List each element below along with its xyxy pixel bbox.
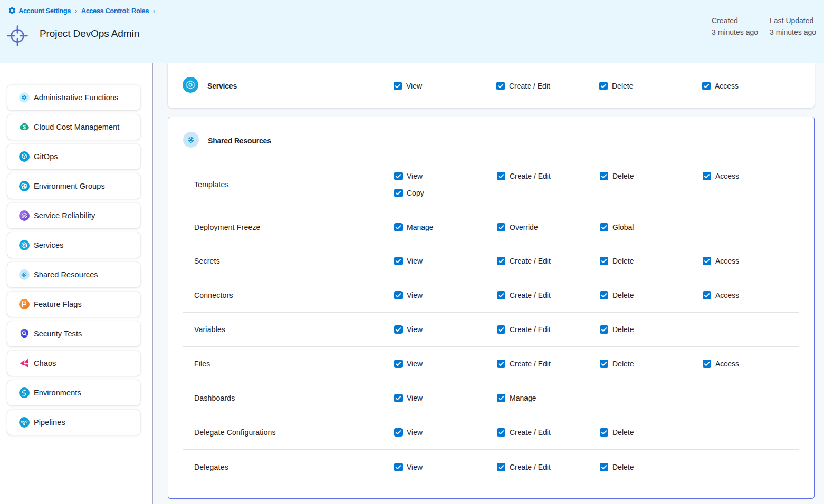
svg-text:$: $ <box>23 124 26 130</box>
